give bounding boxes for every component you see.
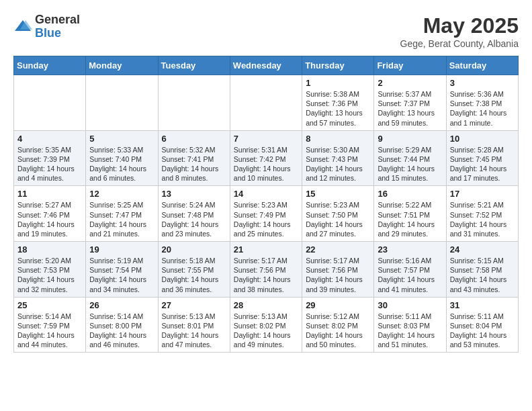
day-info: Sunrise: 5:27 AMSunset: 7:46 PMDaylight:…	[17, 200, 82, 238]
day-info: Sunrise: 5:20 AMSunset: 7:53 PMDaylight:…	[17, 256, 82, 294]
day-number: 17	[450, 189, 515, 199]
location: Gege, Berat County, Albania	[400, 38, 519, 49]
day-info: Sunrise: 5:14 AMSunset: 8:00 PMDaylight:…	[89, 312, 154, 350]
day-info: Sunrise: 5:18 AMSunset: 7:55 PMDaylight:…	[162, 256, 226, 294]
calendar-week-row: 18Sunrise: 5:20 AMSunset: 7:53 PMDayligh…	[14, 242, 519, 298]
day-of-week-header: Sunday	[14, 56, 86, 75]
day-info: Sunrise: 5:17 AMSunset: 7:56 PMDaylight:…	[234, 256, 298, 294]
day-number: 22	[306, 244, 370, 255]
calendar-week-row: 11Sunrise: 5:27 AMSunset: 7:46 PMDayligh…	[14, 186, 519, 242]
day-info: Sunrise: 5:12 AMSunset: 8:02 PMDaylight:…	[306, 312, 370, 350]
day-of-week-header: Thursday	[302, 56, 374, 75]
calendar-cell: 2Sunrise: 5:37 AMSunset: 7:37 PMDaylight…	[374, 75, 446, 131]
calendar-cell: 26Sunrise: 5:14 AMSunset: 8:00 PMDayligh…	[86, 297, 158, 353]
day-info: Sunrise: 5:23 AMSunset: 7:50 PMDaylight:…	[306, 200, 370, 238]
day-info: Sunrise: 5:15 AMSunset: 7:58 PMDaylight:…	[450, 256, 515, 294]
calendar-cell: 4Sunrise: 5:35 AMSunset: 7:39 PMDaylight…	[14, 130, 86, 186]
day-number: 9	[378, 134, 442, 144]
day-number: 6	[162, 134, 226, 144]
day-info: Sunrise: 5:30 AMSunset: 7:43 PMDaylight:…	[306, 145, 370, 183]
calendar-cell: 27Sunrise: 5:13 AMSunset: 8:01 PMDayligh…	[158, 297, 230, 353]
day-of-week-header: Monday	[86, 56, 158, 75]
day-of-week-header: Tuesday	[158, 56, 230, 75]
calendar-cell: 22Sunrise: 5:17 AMSunset: 7:56 PMDayligh…	[302, 242, 374, 298]
calendar-cell: 23Sunrise: 5:16 AMSunset: 7:57 PMDayligh…	[374, 242, 446, 298]
day-info: Sunrise: 5:19 AMSunset: 7:54 PMDaylight:…	[89, 256, 154, 294]
calendar-cell: 14Sunrise: 5:23 AMSunset: 7:49 PMDayligh…	[230, 186, 302, 242]
calendar-week-row: 4Sunrise: 5:35 AMSunset: 7:39 PMDaylight…	[14, 130, 519, 186]
day-info: Sunrise: 5:13 AMSunset: 8:02 PMDaylight:…	[234, 312, 298, 350]
day-info: Sunrise: 5:37 AMSunset: 7:37 PMDaylight:…	[378, 89, 442, 128]
day-info: Sunrise: 5:38 AMSunset: 7:36 PMDaylight:…	[306, 89, 370, 128]
day-info: Sunrise: 5:16 AMSunset: 7:57 PMDaylight:…	[378, 256, 442, 294]
calendar-cell: 28Sunrise: 5:13 AMSunset: 8:02 PMDayligh…	[230, 297, 302, 353]
day-number: 31	[450, 300, 515, 310]
day-info: Sunrise: 5:22 AMSunset: 7:51 PMDaylight:…	[378, 200, 442, 238]
page-header: General Blue May 2025 Gege, Berat County…	[13, 13, 519, 49]
day-number: 30	[378, 300, 442, 310]
logo: General Blue	[13, 13, 80, 40]
logo-text: General Blue	[35, 13, 80, 40]
day-number: 5	[89, 134, 154, 144]
calendar-cell: 31Sunrise: 5:11 AMSunset: 8:04 PMDayligh…	[446, 297, 518, 353]
calendar-cell: 9Sunrise: 5:29 AMSunset: 7:44 PMDaylight…	[374, 130, 446, 186]
day-number: 11	[17, 189, 82, 199]
day-info: Sunrise: 5:24 AMSunset: 7:48 PMDaylight:…	[162, 200, 226, 238]
logo-icon	[13, 17, 32, 36]
day-number: 18	[17, 244, 82, 255]
calendar-cell: 29Sunrise: 5:12 AMSunset: 8:02 PMDayligh…	[302, 297, 374, 353]
day-info: Sunrise: 5:32 AMSunset: 7:41 PMDaylight:…	[162, 145, 226, 183]
day-number: 3	[450, 78, 515, 88]
day-info: Sunrise: 5:11 AMSunset: 8:03 PMDaylight:…	[378, 312, 442, 350]
calendar-cell	[14, 75, 86, 131]
calendar-cell: 21Sunrise: 5:17 AMSunset: 7:56 PMDayligh…	[230, 242, 302, 298]
day-info: Sunrise: 5:35 AMSunset: 7:39 PMDaylight:…	[17, 145, 82, 183]
day-info: Sunrise: 5:31 AMSunset: 7:42 PMDaylight:…	[234, 145, 298, 183]
day-number: 2	[378, 78, 442, 88]
calendar: SundayMondayTuesdayWednesdayThursdayFrid…	[13, 56, 519, 353]
day-number: 20	[162, 244, 226, 255]
day-number: 10	[450, 134, 515, 144]
day-info: Sunrise: 5:21 AMSunset: 7:52 PMDaylight:…	[450, 200, 515, 238]
day-number: 12	[89, 189, 154, 199]
month-year: May 2025	[400, 13, 519, 38]
logo-general: General	[35, 13, 80, 27]
day-info: Sunrise: 5:14 AMSunset: 7:59 PMDaylight:…	[17, 312, 82, 350]
day-of-week-header: Friday	[374, 56, 446, 75]
day-of-week-header: Saturday	[446, 56, 518, 75]
day-number: 29	[306, 300, 370, 310]
day-number: 8	[306, 134, 370, 144]
day-info: Sunrise: 5:29 AMSunset: 7:44 PMDaylight:…	[378, 145, 442, 183]
day-number: 7	[234, 134, 298, 144]
calendar-cell: 1Sunrise: 5:38 AMSunset: 7:36 PMDaylight…	[302, 75, 374, 131]
day-info: Sunrise: 5:17 AMSunset: 7:56 PMDaylight:…	[306, 256, 370, 294]
calendar-cell: 3Sunrise: 5:36 AMSunset: 7:38 PMDaylight…	[446, 75, 518, 131]
calendar-cell	[230, 75, 302, 131]
calendar-cell	[158, 75, 230, 131]
calendar-cell: 16Sunrise: 5:22 AMSunset: 7:51 PMDayligh…	[374, 186, 446, 242]
day-number: 4	[17, 134, 82, 144]
calendar-cell: 13Sunrise: 5:24 AMSunset: 7:48 PMDayligh…	[158, 186, 230, 242]
day-number: 27	[162, 300, 226, 310]
day-number: 21	[234, 244, 298, 255]
day-info: Sunrise: 5:11 AMSunset: 8:04 PMDaylight:…	[450, 312, 515, 350]
calendar-cell: 20Sunrise: 5:18 AMSunset: 7:55 PMDayligh…	[158, 242, 230, 298]
day-number: 16	[378, 189, 442, 199]
day-info: Sunrise: 5:33 AMSunset: 7:40 PMDaylight:…	[89, 145, 154, 183]
day-number: 19	[89, 244, 154, 255]
calendar-week-row: 25Sunrise: 5:14 AMSunset: 7:59 PMDayligh…	[14, 297, 519, 353]
calendar-week-row: 1Sunrise: 5:38 AMSunset: 7:36 PMDaylight…	[14, 75, 519, 131]
day-of-week-header: Wednesday	[230, 56, 302, 75]
calendar-cell: 6Sunrise: 5:32 AMSunset: 7:41 PMDaylight…	[158, 130, 230, 186]
calendar-cell: 19Sunrise: 5:19 AMSunset: 7:54 PMDayligh…	[86, 242, 158, 298]
day-number: 13	[162, 189, 226, 199]
calendar-cell: 17Sunrise: 5:21 AMSunset: 7:52 PMDayligh…	[446, 186, 518, 242]
logo-blue: Blue	[35, 27, 80, 40]
calendar-cell: 7Sunrise: 5:31 AMSunset: 7:42 PMDaylight…	[230, 130, 302, 186]
calendar-cell: 30Sunrise: 5:11 AMSunset: 8:03 PMDayligh…	[374, 297, 446, 353]
day-info: Sunrise: 5:36 AMSunset: 7:38 PMDaylight:…	[450, 89, 515, 128]
title-block: May 2025 Gege, Berat County, Albania	[400, 13, 519, 49]
calendar-cell: 11Sunrise: 5:27 AMSunset: 7:46 PMDayligh…	[14, 186, 86, 242]
day-info: Sunrise: 5:23 AMSunset: 7:49 PMDaylight:…	[234, 200, 298, 238]
calendar-cell: 15Sunrise: 5:23 AMSunset: 7:50 PMDayligh…	[302, 186, 374, 242]
